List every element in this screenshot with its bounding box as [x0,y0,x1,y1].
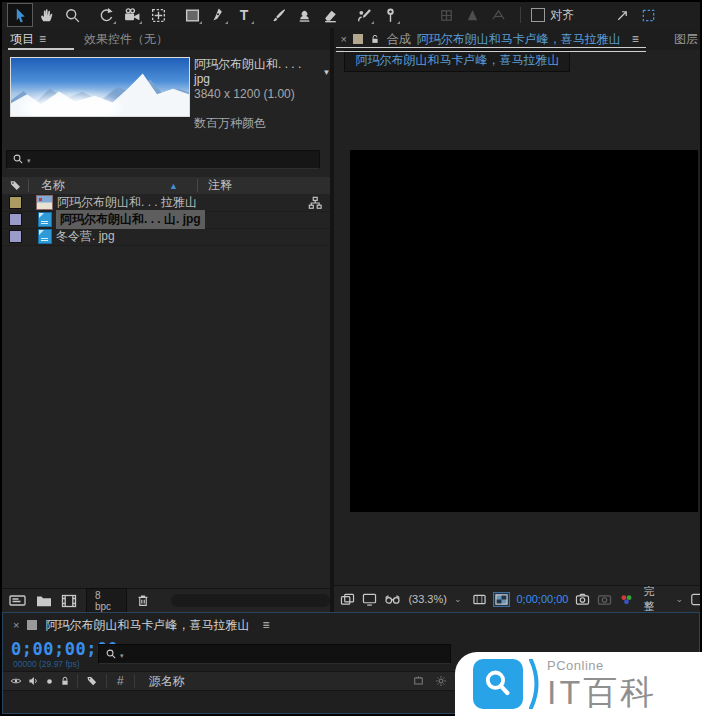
item-label[interactable]: 阿玛尔布朗山和. . . 拉雅山 [57,194,197,211]
resolution-dropdown-icon[interactable]: ⌄ [675,594,683,604]
resolution-value[interactable]: 完整 [643,584,654,614]
footage-preview-thumbnail[interactable] [10,57,190,117]
project-tabbar: 项目 ≡ 效果控件（无） [2,28,330,50]
3d-glasses-icon[interactable] [384,593,401,606]
search-options-caret-icon[interactable]: ▾ [120,652,124,660]
eraser-tool-button[interactable] [318,4,342,26]
lock-icon[interactable] [59,675,71,687]
item-label[interactable]: 冬令营. jpg [56,228,115,245]
sort-ascending-icon[interactable]: ▲ [169,181,197,191]
project-search-input[interactable]: ▾ [6,150,320,169]
label-color-swatch[interactable] [9,196,22,209]
footage-dimensions: 3840 x 1200 (1.00) [194,87,330,102]
solo-icon[interactable] [44,676,55,687]
shared-view-button[interactable] [610,4,634,26]
panel-menu-icon[interactable]: ≡ [632,32,639,46]
region-of-interest-button[interactable] [636,4,660,26]
roto-brush-tool-button[interactable] [352,4,376,26]
label-color-swatch[interactable] [9,213,22,226]
always-preview-icon[interactable] [340,593,355,606]
label-column-tag-icon[interactable] [78,675,106,687]
preview-timecode[interactable]: 0;00;00;00 [516,593,568,605]
composition-viewer[interactable] [334,72,700,585]
lock-icon[interactable] [369,33,381,46]
fast-previews-icon[interactable] [690,593,700,606]
filename-dropdown-icon[interactable]: ▼ [322,65,330,80]
puppet-pin-icon [382,7,399,24]
flowchart-icon[interactable] [308,196,322,210]
project-list-header: 名称 ▲ 注释 [2,177,330,194]
magnification-value[interactable]: (33.3%) [408,593,447,605]
tab-layers[interactable]: 图层 [674,31,698,48]
brush-tool-button[interactable] [266,4,290,26]
transparency-grid-icon[interactable] [494,593,509,606]
snapshot-icon[interactable] [575,593,590,606]
panel-menu-icon[interactable]: ≡ [39,32,46,46]
close-panel-icon[interactable]: × [340,33,346,45]
channel-rgb-icon[interactable] [619,593,634,606]
footage-filename: 阿玛尔布朗山和. . . . jpg [194,57,314,87]
index-column-header[interactable]: # [107,674,134,688]
search-icon [105,648,118,661]
comment-column-header[interactable]: 注释 [198,177,232,194]
cloud-layer [22,95,120,117]
eraser-icon [322,7,339,24]
composition-frame[interactable] [350,150,698,512]
label-color-swatch[interactable] [9,230,22,243]
new-composition-icon[interactable] [61,594,77,608]
arrow-up-right-icon [615,8,630,23]
camera-icon [124,7,141,24]
puppet-pin-tool-button[interactable] [378,4,402,26]
pan-behind-tool-button[interactable] [146,4,170,26]
interpret-footage-icon[interactable] [9,593,27,608]
rotation-tool-button[interactable] [94,4,118,26]
project-item-selected-footage[interactable]: 阿玛尔布朗山和. . . 山. jpg [2,211,330,229]
marquee-icon [641,8,656,23]
search-options-caret-icon[interactable]: ▾ [27,157,31,165]
snap-checkbox[interactable] [531,8,545,22]
panel-drag-square-icon[interactable] [353,34,363,44]
source-name-column-header[interactable]: 源名称 [135,673,185,690]
tab-project[interactable]: 项目 [10,31,34,48]
close-panel-icon[interactable]: × [13,619,19,631]
clone-stamp-tool-button[interactable] [292,4,316,26]
video-eye-icon[interactable] [9,675,23,687]
name-column-header[interactable]: 名称 [29,177,169,194]
rotation-icon [98,7,115,24]
camera-tool-button[interactable] [120,4,144,26]
pen-icon [210,7,227,24]
audio-speaker-icon[interactable] [27,675,40,687]
snap-toggle[interactable]: 对齐 [531,7,574,24]
rectangle-shape-icon [184,7,201,24]
selection-tool-button[interactable] [8,4,32,26]
horizontal-scrollbar[interactable] [171,594,330,607]
timeline-search-input[interactable]: ▾ [98,644,451,664]
tab-effect-controls[interactable]: 效果控件（无） [84,31,168,48]
show-snapshot-icon[interactable] [597,593,612,606]
jpg-file-icon [38,212,52,227]
frame-render-icon[interactable] [412,675,425,687]
new-folder-icon[interactable] [36,594,52,608]
monitor-icon[interactable] [362,593,377,606]
timeline-tab-name[interactable]: 阿玛尔布朗山和马卡卢峰，喜马拉雅山 [45,617,249,634]
pen-tool-button[interactable] [206,4,230,26]
item-label-selected[interactable]: 阿玛尔布朗山和. . . 山. jpg [56,210,205,229]
panel-menu-icon[interactable]: ≡ [262,618,269,632]
project-footer: 8 bpc [2,588,330,612]
project-item-footage[interactable]: 冬令营. jpg [2,228,330,246]
magnification-dropdown-icon[interactable]: ⌄ [454,594,462,604]
comp-tab-name[interactable]: 阿玛尔布朗山和马卡卢峰，喜马拉雅山 [417,31,621,48]
type-tool-button[interactable]: T [232,4,256,26]
panel-drag-square-icon[interactable] [27,620,37,630]
trash-icon[interactable] [136,593,150,608]
label-column-tag-icon[interactable] [2,179,28,192]
rectangle-tool-button[interactable] [180,4,204,26]
zoom-tool-button[interactable] [60,4,84,26]
hand-tool-button[interactable] [34,4,58,26]
comp-breadcrumb[interactable]: 阿玛尔布朗山和马卡卢峰，喜马拉雅山 [344,50,570,72]
hand-icon [38,7,55,24]
draft-3d-icon[interactable] [435,675,447,687]
bit-depth-button[interactable]: 8 bpc [86,588,127,614]
pconline-watermark: PConline IT百科 [455,652,702,716]
roi-icon[interactable] [472,593,487,606]
